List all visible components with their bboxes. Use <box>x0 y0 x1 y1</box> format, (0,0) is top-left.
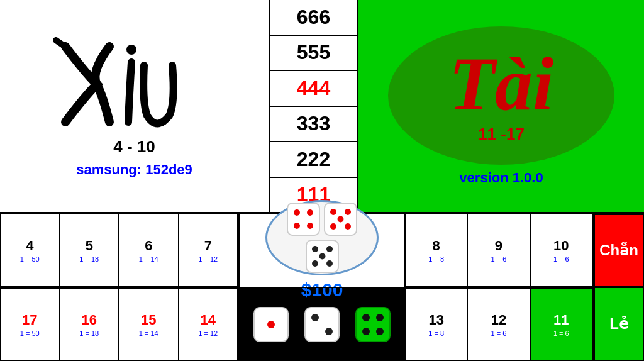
xiu-range: 4 - 10 <box>113 137 155 157</box>
svg-point-4 <box>294 223 300 229</box>
tai-logo: Tài <box>449 47 554 122</box>
bet-12[interactable]: 12 1 = 6 <box>467 288 530 361</box>
bet-9[interactable]: 9 1 = 6 <box>467 214 530 287</box>
svg-point-13 <box>312 246 318 252</box>
bet-15[interactable]: 15 1 = 14 <box>119 288 179 361</box>
svg-rect-20 <box>305 308 339 342</box>
left-bet-grid-btm: 17 1 = 50 16 1 = 18 15 1 = 14 14 1 = 12 <box>0 287 239 361</box>
bottom-btm-row: 17 1 = 50 16 1 = 18 15 1 = 14 14 1 = 12 <box>0 287 644 361</box>
xiu-logo <box>47 34 223 135</box>
bet-13[interactable]: 13 1 = 8 <box>405 288 467 361</box>
top-section: 4 - 10 samsung: 152de9 666 555 444 333 2… <box>0 0 644 214</box>
svg-point-21 <box>311 314 319 321</box>
svg-point-8 <box>345 209 351 215</box>
bet-14[interactable]: 14 1 = 12 <box>179 288 238 361</box>
bet-6[interactable]: 6 1 = 14 <box>119 214 179 287</box>
left-bet-grid-top: 4 1 = 50 5 1 = 18 6 1 = 14 7 1 = 12 <box>0 214 239 287</box>
bet-8[interactable]: 8 1 = 8 <box>405 214 467 287</box>
die-3 <box>305 239 340 274</box>
svg-point-26 <box>362 328 370 335</box>
bet-16[interactable]: 16 1 = 18 <box>60 288 119 361</box>
version-label: version 1.0.0 <box>459 170 543 186</box>
svg-point-19 <box>267 321 275 328</box>
svg-point-22 <box>325 328 333 335</box>
right-bet-grid-btm: 13 1 = 8 12 1 = 6 11 1 = 6 <box>405 287 594 361</box>
dice-bowl: $100 <box>239 214 405 287</box>
svg-point-9 <box>338 216 344 223</box>
le-button[interactable]: Lẻ <box>594 287 644 361</box>
svg-point-25 <box>376 314 384 321</box>
bottom-die-2 <box>304 306 340 343</box>
number-333[interactable]: 333 <box>270 107 357 143</box>
dice-group <box>278 202 366 274</box>
svg-point-27 <box>376 328 384 335</box>
svg-point-0 <box>126 45 136 55</box>
bet-4[interactable]: 4 1 = 50 <box>0 214 60 287</box>
bet-10[interactable]: 10 1 = 6 <box>530 214 592 287</box>
bottom-dice-area <box>239 287 405 361</box>
device-id: samsung: 152de9 <box>76 162 192 178</box>
left-panel: 4 - 10 samsung: 152de9 <box>0 0 270 212</box>
die-1 <box>286 202 321 236</box>
bottom-section: 4 1 = 50 5 1 = 18 6 1 = 14 7 1 = 12 <box>0 214 644 361</box>
svg-rect-23 <box>356 308 390 342</box>
bet-5[interactable]: 5 1 = 18 <box>60 214 119 287</box>
number-panel: 666 555 444 333 222 111 <box>270 0 358 212</box>
right-panel: Tài 11 -17 version 1.0.0 <box>358 0 644 212</box>
bottom-top-row: 4 1 = 50 5 1 = 18 6 1 = 14 7 1 = 12 <box>0 214 644 287</box>
number-222[interactable]: 222 <box>270 142 357 178</box>
app-container: 4 - 10 samsung: 152de9 666 555 444 333 2… <box>0 0 644 361</box>
die-2 <box>323 202 358 236</box>
svg-rect-1 <box>287 203 319 235</box>
right-bet-grid-top: 8 1 = 8 9 1 = 6 10 1 = 6 <box>405 214 594 287</box>
svg-point-15 <box>319 253 325 260</box>
number-666[interactable]: 666 <box>270 0 357 36</box>
svg-point-3 <box>307 209 313 216</box>
bet-11[interactable]: 11 1 = 6 <box>530 288 592 361</box>
xiu-svg <box>47 34 223 135</box>
svg-point-11 <box>345 223 351 230</box>
bottom-die-1 <box>253 306 289 343</box>
svg-point-2 <box>294 209 300 216</box>
svg-point-5 <box>307 223 313 229</box>
number-555[interactable]: 555 <box>270 36 357 72</box>
svg-point-16 <box>312 260 318 267</box>
bet-17[interactable]: 17 1 = 50 <box>0 288 60 361</box>
svg-point-7 <box>330 209 336 215</box>
svg-point-17 <box>326 260 333 267</box>
svg-point-14 <box>326 246 333 252</box>
chan-button[interactable]: Chẵn <box>594 214 644 287</box>
tai-range: 11 -17 <box>478 125 525 144</box>
bottom-die-3 <box>355 306 391 343</box>
svg-point-24 <box>362 314 370 321</box>
svg-point-10 <box>330 223 336 230</box>
bet-7[interactable]: 7 1 = 12 <box>179 214 238 287</box>
bowl-circle <box>265 200 379 275</box>
number-444[interactable]: 444 <box>270 71 357 107</box>
